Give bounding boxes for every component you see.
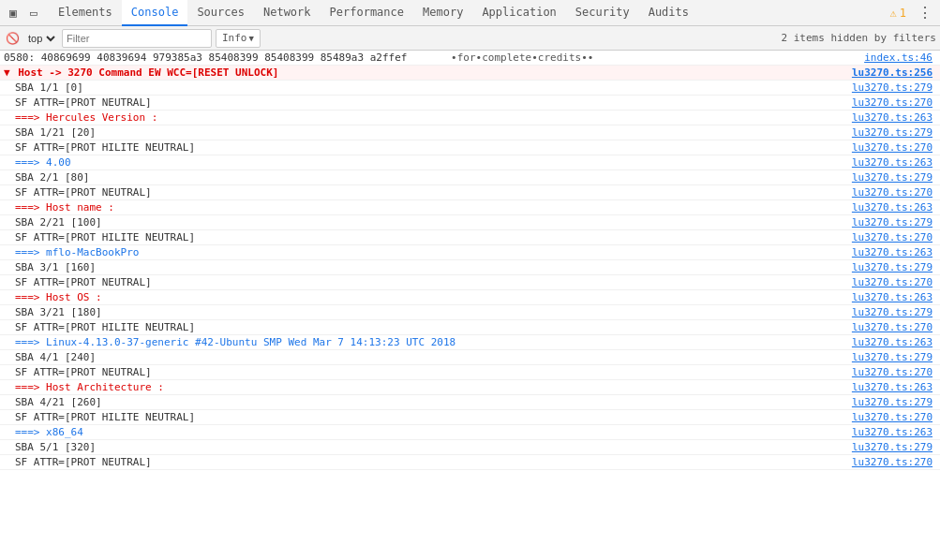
row-main: 0580: 40869699 40839694 979385a3 8540839… [0, 52, 864, 64]
tab-memory[interactable]: Memory [413, 0, 472, 26]
row-source[interactable]: lu3270.ts:279 [852, 126, 940, 139]
row-main: SF ATTR=[PROT NEUTRAL] [0, 96, 852, 109]
more-icon[interactable]: ⋮ [914, 2, 936, 23]
clear-console-icon[interactable]: 🚫 [4, 30, 21, 47]
tab-audits[interactable]: Audits [639, 0, 698, 26]
tab-performance[interactable]: Performance [321, 0, 413, 26]
table-row: ===> Hercules Version : lu3270.ts:263 [0, 111, 940, 125]
inspect-icon[interactable]: ▣ [4, 4, 22, 22]
row-main: SBA 3/1 [160] [0, 261, 852, 273]
filter-input[interactable] [67, 33, 207, 44]
row-main: SF ATTR=[PROT NEUTRAL] [0, 186, 852, 199]
table-row: SF ATTR=[PROT NEUTRAL] lu3270.ts:270 [0, 455, 940, 470]
row-source[interactable]: lu3270.ts:263 [852, 246, 940, 258]
table-row: ===> 4.00 lu3270.ts:263 [0, 155, 940, 170]
row-text: SF ATTR=[PROT HILITE NEUTRAL] [15, 321, 195, 333]
row-source[interactable]: lu3270.ts:279 [852, 351, 940, 363]
row-source[interactable]: lu3270.ts:263 [852, 201, 940, 214]
row-source[interactable]: lu3270.ts:270 [852, 366, 940, 378]
row-main: ===> Host Architecture : [0, 381, 852, 393]
table-row: SBA 4/21 [260] lu3270.ts:279 [0, 395, 940, 410]
row-source[interactable]: lu3270.ts:270 [852, 141, 940, 154]
row-main: SF ATTR=[PROT NEUTRAL] [0, 276, 852, 288]
row-source[interactable]: lu3270.ts:279 [852, 81, 940, 94]
row-source[interactable]: lu3270.ts:270 [852, 321, 940, 333]
row-text: SF ATTR=[PROT NEUTRAL] [15, 456, 152, 468]
row-text: ===> 4.00 [15, 156, 71, 169]
row-source[interactable]: lu3270.ts:263 [852, 291, 940, 303]
table-row: SF ATTR=[PROT NEUTRAL] lu3270.ts:270 [0, 96, 940, 111]
row-source[interactable]: lu3270.ts:279 [852, 216, 940, 228]
info-label: Info [222, 32, 247, 44]
row-text: SBA 4/21 [260] [15, 396, 102, 408]
row-main: SF ATTR=[PROT HILITE NEUTRAL] [0, 321, 852, 333]
console-content: 0580: 40869699 40839694 979385a3 8540839… [0, 51, 940, 560]
row-text: ===> Host OS : [15, 291, 102, 303]
row-main: SF ATTR=[PROT HILITE NEUTRAL] [0, 411, 852, 423]
row-text: SBA 2/1 [80] [15, 171, 89, 184]
table-row: SBA 5/1 [320] lu3270.ts:279 [0, 440, 940, 455]
row-main: ===> Linux-4.13.0-37-generic #42-Ubuntu … [0, 336, 852, 348]
row-text: SBA 3/1 [160] [15, 261, 96, 273]
row-text: ===> Host Architecture : [15, 381, 164, 393]
row-text: SBA 3/21 [180] [15, 306, 102, 318]
table-row: ▼ Host -> 3270 Command EW WCC=[RESET UNL… [0, 66, 940, 81]
row-source[interactable]: lu3270.ts:256 [852, 66, 940, 79]
row-text: SF ATTR=[PROT NEUTRAL] [15, 276, 152, 288]
row-source[interactable]: lu3270.ts:279 [852, 171, 940, 184]
tab-sources[interactable]: Sources [187, 0, 254, 26]
tab-console[interactable]: Console [122, 0, 188, 26]
row-source[interactable]: lu3270.ts:279 [852, 396, 940, 408]
row-source[interactable]: lu3270.ts:279 [852, 261, 940, 273]
row-source[interactable]: lu3270.ts:263 [852, 426, 940, 438]
table-row: ===> mflo-MacBookPro lu3270.ts:263 [0, 245, 940, 260]
level-select-wrap: top [24, 32, 58, 45]
row-main: SBA 1/21 [20] [0, 126, 852, 139]
info-dropdown[interactable]: Info ▼ [216, 29, 261, 48]
row-main: ▼ Host -> 3270 Command EW WCC=[RESET UNL… [0, 66, 852, 79]
row-main: SF ATTR=[PROT HILITE NEUTRAL] [0, 141, 852, 154]
row-source[interactable]: lu3270.ts:263 [852, 336, 940, 348]
row-source[interactable]: lu3270.ts:270 [852, 231, 940, 243]
row-text: SF ATTR=[PROT NEUTRAL] [15, 366, 152, 378]
warning-count: 1 [900, 7, 906, 20]
row-source[interactable]: lu3270.ts:263 [852, 111, 940, 124]
row-text: ===> Hercules Version : [15, 111, 157, 124]
row-main: SF ATTR=[PROT NEUTRAL] [0, 366, 852, 378]
row-text: SBA 5/1 [320] [15, 441, 96, 453]
table-row: 0580: 40869699 40839694 979385a3 8540839… [0, 51, 940, 66]
row-text: SF ATTR=[PROT HILITE NEUTRAL] [15, 141, 195, 154]
hidden-items-text: 2 items hidden by filters [781, 32, 936, 44]
level-select[interactable]: top [24, 32, 58, 45]
row-source[interactable]: index.ts:46 [864, 52, 940, 64]
tab-application[interactable]: Application [472, 0, 565, 26]
row-main: ===> mflo-MacBookPro [0, 246, 852, 258]
row-main: SBA 4/1 [240] [0, 351, 852, 363]
row-main: SBA 4/21 [260] [0, 396, 852, 408]
row-source[interactable]: lu3270.ts:279 [852, 441, 940, 453]
tab-elements[interactable]: Elements [49, 0, 122, 26]
row-source[interactable]: lu3270.ts:270 [852, 456, 940, 468]
info-chevron-icon: ▼ [249, 34, 254, 43]
row-main: SBA 2/1 [80] [0, 171, 852, 184]
tab-security[interactable]: Security [566, 0, 639, 26]
row-text: SBA 4/1 [240] [15, 351, 96, 363]
row-source[interactable]: lu3270.ts:263 [852, 156, 940, 169]
tab-network[interactable]: Network [254, 0, 321, 26]
row-text: ===> x86_64 [15, 426, 83, 438]
row-source[interactable]: lu3270.ts:270 [852, 276, 940, 288]
row-main: SF ATTR=[PROT HILITE NEUTRAL] [0, 231, 852, 243]
table-row: SBA 1/1 [0] lu3270.ts:279 [0, 81, 940, 96]
hex-text: 0580: 40869699 40839694 979385a3 8540839… [4, 52, 407, 64]
table-row: ===> x86_64 lu3270.ts:263 [0, 425, 940, 440]
row-source[interactable]: lu3270.ts:279 [852, 306, 940, 318]
tab-bar-icons: ▣ ▭ [4, 4, 43, 22]
row-text: ===> mflo-MacBookPro [15, 246, 139, 258]
triangle-icon: ▼ [4, 66, 10, 79]
row-source[interactable]: lu3270.ts:270 [852, 96, 940, 109]
device-icon[interactable]: ▭ [24, 4, 43, 22]
row-source[interactable]: lu3270.ts:263 [852, 381, 940, 393]
row-source[interactable]: lu3270.ts:270 [852, 411, 940, 423]
filter-input-wrap [62, 29, 212, 48]
row-source[interactable]: lu3270.ts:270 [852, 186, 940, 199]
